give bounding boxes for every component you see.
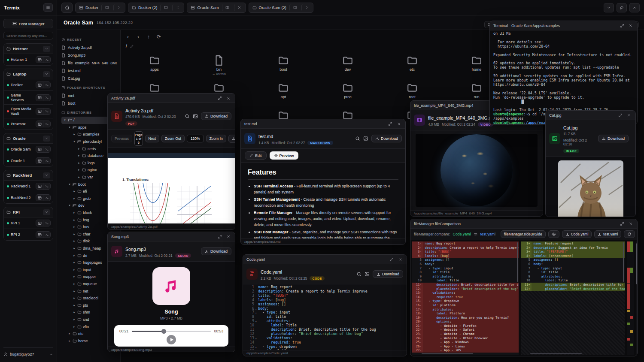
expand-window-button[interactable]: [217, 234, 223, 240]
session-tab[interactable]: Oracle Sam: [187, 3, 246, 13]
collapse-group-button[interactable]: [43, 46, 50, 52]
chevron-right-icon[interactable]: ▸: [77, 147, 81, 151]
collapse-group-button[interactable]: [43, 209, 50, 215]
host-item[interactable]: Open Media Vault: [4, 104, 53, 118]
open-terminal-button[interactable]: [43, 109, 50, 115]
file-grid-item[interactable]: apps: [122, 52, 187, 80]
chevron-right-icon[interactable]: ▸: [73, 247, 76, 250]
compare-right-file[interactable]: test.yaml: [480, 232, 495, 236]
open-terminal-button[interactable]: [43, 195, 50, 201]
chevron-right-icon[interactable]: ▸: [73, 254, 76, 257]
open-terminal-button[interactable]: [43, 158, 50, 164]
expand-button[interactable]: [629, 3, 640, 12]
search-in-file-icon[interactable]: [185, 114, 190, 119]
chevron-right-icon[interactable]: ▸: [77, 154, 81, 157]
split-tab-button[interactable]: [289, 4, 298, 11]
window-titlebar[interactable]: Song.mp3: [108, 232, 235, 241]
preview-tab[interactable]: Preview: [270, 151, 298, 160]
open-terminal-button[interactable]: [43, 121, 50, 127]
open-file-manager-button[interactable]: [36, 158, 43, 164]
refresh-button[interactable]: ⟳: [156, 34, 162, 40]
chevron-down-icon[interactable]: ▾: [68, 126, 71, 129]
chevron-right-icon[interactable]: ▸: [68, 339, 71, 343]
comparison-scrollbar[interactable]: [636, 241, 637, 355]
chevron-right-icon[interactable]: ▸: [73, 211, 76, 214]
open-terminal-button[interactable]: [43, 95, 50, 101]
recent-file-item[interactable]: test.md: [61, 67, 117, 75]
close-window-button[interactable]: [396, 121, 402, 127]
window-titlebar[interactable]: Terminal · Oracle Sam:/apps/examples: [490, 21, 637, 30]
download-button[interactable]: Download: [201, 247, 231, 255]
collapse-group-button[interactable]: [43, 71, 50, 77]
window-titlebar[interactable]: test.md: [241, 119, 405, 129]
chevron-right-icon[interactable]: ▸: [73, 311, 76, 314]
search-in-file-icon[interactable]: [356, 272, 361, 277]
chevron-right-icon[interactable]: ▸: [73, 197, 76, 200]
file-grid-item[interactable]: bin → usr/bin: [187, 52, 251, 80]
chevron-right-icon[interactable]: ▸: [73, 218, 76, 222]
close-window-button[interactable]: [626, 112, 632, 118]
side-by-side-button[interactable]: fileManager.sideBySide: [501, 230, 546, 238]
seek-slider[interactable]: [132, 331, 210, 332]
window-titlebar[interactable]: Activity 2a.pdf: [108, 94, 235, 103]
host-group-header[interactable]: Oracle: [4, 133, 53, 143]
toggle-view-button[interactable]: [548, 230, 559, 238]
zoom-out-button[interactable]: Zoom Out: [161, 135, 185, 142]
chevron-right-icon[interactable]: ▸: [73, 296, 76, 300]
host-search-input[interactable]: [3, 32, 53, 39]
window-titlebar[interactable]: Cat.jpg: [546, 111, 635, 120]
open-file-manager-button[interactable]: [36, 183, 43, 189]
chevron-right-icon[interactable]: ▸: [73, 318, 76, 321]
code-content[interactable]: 1 name: Bug report 2 description: Create…: [243, 284, 407, 350]
nav-up-button[interactable]: ↑: [146, 34, 152, 40]
download-button[interactable]: Download: [371, 135, 402, 142]
nav-back-button[interactable]: ‹: [125, 34, 131, 40]
host-item[interactable]: Oracle 1: [4, 155, 53, 166]
preview-icon[interactable]: [363, 136, 368, 141]
chevron-right-icon[interactable]: ▸: [73, 232, 76, 236]
close-tab-button[interactable]: [172, 4, 181, 11]
image-content[interactable]: [546, 157, 635, 217]
diff-minimap[interactable]: [627, 241, 634, 355]
expand-window-button[interactable]: [619, 221, 625, 227]
host-item[interactable]: RPI 2: [4, 229, 53, 240]
chevron-right-icon[interactable]: ▸: [73, 275, 76, 278]
close-tab-button[interactable]: [301, 4, 310, 11]
chevron-right-icon[interactable]: ▸: [73, 304, 76, 307]
host-group-header[interactable]: RackNerd: [4, 170, 53, 180]
download-button[interactable]: Download: [201, 112, 231, 120]
chevron-right-icon[interactable]: ▸: [73, 268, 76, 272]
chevron-right-icon[interactable]: ▸: [73, 261, 76, 264]
menu-button[interactable]: [43, 3, 53, 12]
chevron-right-icon[interactable]: ▸: [77, 168, 81, 172]
chevron-right-icon[interactable]: ▸: [73, 325, 76, 329]
appearance-button[interactable]: [617, 3, 627, 12]
expand-window-button[interactable]: [387, 121, 393, 127]
open-file-manager-button[interactable]: [36, 57, 43, 63]
session-tab[interactable]: Docker (2): [128, 3, 184, 13]
preview-icon[interactable]: [365, 272, 370, 277]
open-file-manager-button[interactable]: [36, 195, 43, 201]
chevron-right-icon[interactable]: ▸: [77, 161, 81, 165]
nav-forward-button[interactable]: ›: [135, 34, 141, 40]
open-terminal-button[interactable]: [43, 232, 50, 238]
open-terminal-button[interactable]: [43, 183, 50, 189]
pane-scrollbar[interactable]: [623, 242, 624, 282]
pane-hscrollbar[interactable]: [422, 353, 473, 354]
compare-left-file[interactable]: Code.yaml: [453, 232, 471, 236]
open-file-manager-button[interactable]: [36, 82, 43, 88]
open-file-manager-button[interactable]: [36, 95, 43, 101]
session-tab[interactable]: Oracle Sam (2): [249, 3, 313, 13]
swap-icon[interactable]: [474, 232, 478, 236]
host-manager-button[interactable]: Host Manager: [3, 19, 53, 28]
split-tab-button[interactable]: [101, 4, 110, 11]
collapse-group-button[interactable]: [43, 172, 50, 178]
edit-path-icon[interactable]: [130, 44, 134, 48]
host-item[interactable]: RackNerd 2: [4, 192, 53, 203]
close-window-button[interactable]: [397, 256, 403, 262]
chevron-right-icon[interactable]: ▸: [73, 282, 76, 286]
close-window-button[interactable]: [628, 221, 634, 227]
chevron-down-icon[interactable]: ▾: [68, 204, 71, 207]
chevron-down-icon[interactable]: ▾: [73, 140, 76, 143]
breadcrumb-path[interactable]: /: [126, 44, 127, 48]
